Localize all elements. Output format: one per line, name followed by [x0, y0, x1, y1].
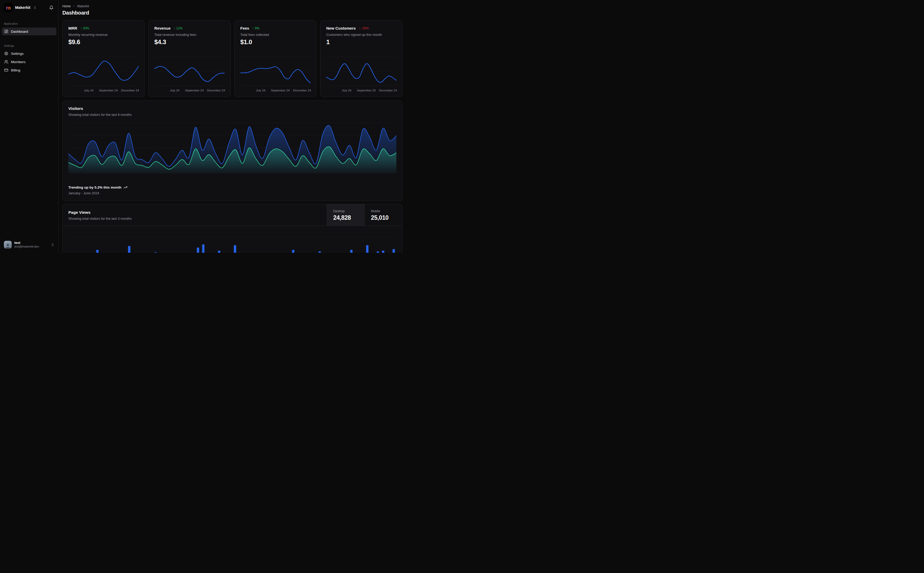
page-views-bar-chart [63, 226, 402, 253]
stat-value: 1 [326, 38, 396, 46]
arrow-up-icon: ↑ [174, 27, 175, 30]
stat-title: MRR [68, 26, 77, 30]
stat-title: New Customers [326, 26, 356, 30]
x-axis-ticks: July 24 September 24 December 24 [68, 89, 138, 94]
sidebar-item-billing[interactable]: Billing [2, 66, 56, 74]
tab-value: 24,828 [333, 214, 358, 221]
stat-subtitle: Total fees collected [240, 33, 311, 37]
tab-mobile[interactable]: Mobile 25,010 [364, 204, 402, 226]
trend-badge: ↑20% [80, 27, 89, 30]
gear-icon [4, 52, 8, 56]
sidebar-item-settings[interactable]: Settings [2, 50, 56, 57]
stat-card-mrr: MRR ↑20% Monthly recurring revenue $9.6 … [63, 20, 144, 97]
x-axis-ticks: July 24 September 24 December 24 [240, 89, 311, 94]
breadcrumb-current[interactable]: Makerkit [77, 5, 89, 8]
stat-value: $1.0 [240, 38, 311, 46]
x-axis-ticks: July 24 September 24 December 24 [326, 89, 396, 94]
tab-label: Desktop [333, 209, 358, 213]
trend-badge: ↓-25% [359, 27, 369, 30]
trend-badge: ↑9% [253, 27, 259, 30]
stat-title: Revenue [154, 26, 171, 30]
user-menu[interactable]: test test@makerkit.dev [2, 239, 56, 250]
user-name: test [14, 241, 39, 245]
visitors-period: January - June 2024 [68, 191, 396, 195]
page-views-header: Page Views Showing total visitors for th… [63, 204, 402, 226]
trend-badge: ↑12% [174, 27, 182, 30]
stat-card-revenue: Revenue ↑12% Total revenue including fee… [148, 20, 231, 97]
visitors-subtitle: Showing total visitors for the last 6 mo… [68, 113, 396, 117]
stat-card-fees: Fees ↑9% Total fees collected $1.0 July … [234, 20, 317, 97]
user-info: test test@makerkit.dev [14, 241, 39, 248]
user-email: test@makerkit.dev [14, 245, 39, 248]
tab-desktop[interactable]: Desktop 24,828 [327, 204, 364, 226]
makerkit-logo[interactable]: m [4, 3, 13, 12]
app-root: m Makerkit Application Dashboard Setting… [0, 0, 405, 253]
arrow-up-icon: ↑ [80, 27, 82, 30]
nav-section-settings: Settings [0, 44, 58, 47]
stat-subtitle: Total revenue including fees [154, 33, 224, 37]
workspace-selector-chevrons-icon[interactable] [33, 6, 37, 9]
sidebar-item-members[interactable]: Members [2, 58, 56, 66]
stat-title: Fees [240, 26, 249, 30]
stat-value: $9.6 [68, 38, 138, 46]
logo-letter: m [6, 5, 11, 10]
main-content: Home Makerkit Dashboard MRR ↑20% Monthly… [58, 0, 405, 253]
user-avatar [4, 241, 12, 249]
breadcrumb-home-link[interactable]: Home [63, 5, 71, 8]
stat-subtitle: Customers who signed up this month [326, 33, 396, 37]
x-axis-ticks: July 24 September 24 December 24 [154, 89, 224, 94]
workspace-name: Makerkit [15, 5, 30, 9]
chevron-right-icon [72, 5, 75, 8]
sparkline-chart: July 24 September 24 December 24 [326, 56, 396, 94]
sidebar-item-dashboard[interactable]: Dashboard [2, 28, 56, 35]
sparkline-chart: July 24 September 24 December 24 [68, 56, 138, 94]
tab-value: 25,010 [371, 214, 396, 221]
stat-value: $4.3 [154, 38, 224, 46]
breadcrumb: Home Makerkit [63, 4, 402, 8]
page-title: Dashboard [63, 10, 402, 16]
page-views-title: Page Views [68, 210, 321, 215]
credit-card-icon [4, 68, 8, 72]
sidebar-item-label: Settings [11, 52, 24, 56]
stat-subtitle: Monthly recurring revenue [68, 33, 138, 37]
stats-row: MRR ↑20% Monthly recurring revenue $9.6 … [63, 20, 402, 97]
sidebar-item-label: Dashboard [11, 30, 28, 33]
sidebar-header: m Makerkit [0, 2, 58, 13]
trending-up-icon [124, 185, 127, 189]
sidebar-item-label: Members [11, 60, 25, 64]
users-icon [4, 60, 8, 64]
visitors-trend-text: Trending up by 5.2% this month [68, 185, 121, 189]
sparkline-chart: July 24 September 24 December 24 [154, 56, 224, 94]
visitors-card: Visitors Showing total visitors for the … [63, 100, 402, 201]
visitors-title: Visitors [68, 106, 396, 111]
arrow-up-icon: ↑ [253, 27, 254, 30]
arrow-down-icon: ↓ [359, 27, 361, 30]
sidebar: m Makerkit Application Dashboard Setting… [0, 0, 58, 253]
page-views-subtitle: Showing total visitors for the last 3 mo… [68, 217, 321, 221]
tab-label: Mobile [371, 209, 396, 213]
stat-card-new-customers: New Customers ↓-25% Customers who signed… [320, 20, 402, 97]
user-menu-chevrons-icon [51, 243, 54, 246]
page-views-card: Page Views Showing total visitors for th… [63, 204, 402, 253]
visitors-footer: Trending up by 5.2% this month January -… [68, 185, 396, 195]
sidebar-item-label: Billing [11, 68, 20, 72]
dashboard-grid-icon [4, 29, 8, 33]
page-views-tabs: Desktop 24,828 Mobile 25,010 [327, 204, 402, 226]
sparkline-chart: July 24 September 24 December 24 [240, 56, 311, 94]
notifications-bell-icon[interactable] [47, 4, 55, 11]
nav-section-application: Application [0, 22, 58, 25]
visitors-area-chart [68, 122, 396, 173]
